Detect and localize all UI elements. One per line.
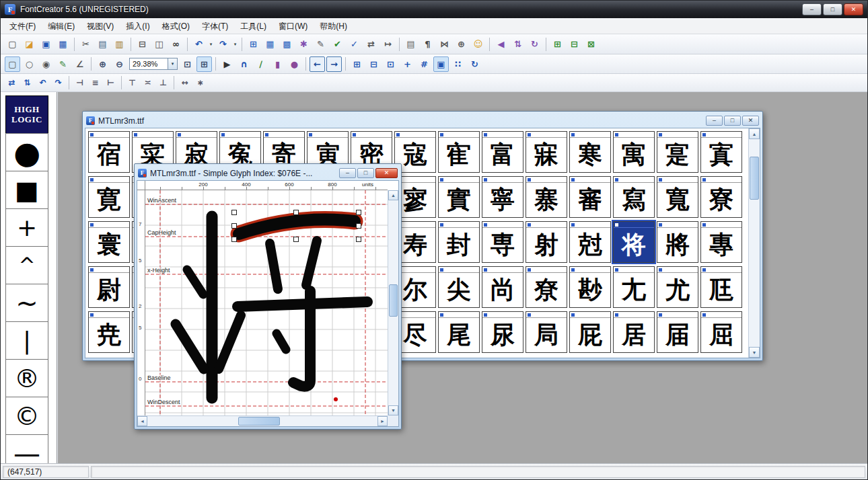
glyph-cell[interactable]: 尠 bbox=[569, 266, 611, 308]
pan-tool-button[interactable]: ◉ bbox=[38, 56, 54, 72]
menu-font[interactable]: 字体(T) bbox=[196, 19, 234, 34]
glyph-cell[interactable]: 専 bbox=[482, 221, 523, 263]
zoom-to-rect-button[interactable]: ⊡ bbox=[180, 56, 195, 72]
glyph-cell[interactable]: 尖 bbox=[438, 266, 480, 308]
find-button[interactable]: ∞ bbox=[168, 36, 184, 52]
menu-insert[interactable]: 插入(I) bbox=[120, 19, 155, 34]
glyph-overview-button[interactable]: ▦ bbox=[262, 36, 278, 52]
point-numbers-button[interactable]: ∷ bbox=[450, 56, 466, 72]
glyph-cell[interactable]: 尤 bbox=[657, 266, 698, 308]
insert-character-button[interactable]: ⊞ bbox=[246, 36, 261, 52]
align-center-button[interactable]: ≡ bbox=[88, 76, 102, 90]
kerning-pairs-button[interactable]: ⋈ bbox=[437, 36, 452, 52]
glyph-cell[interactable]: 居 bbox=[613, 311, 655, 353]
save-as-button[interactable]: ▦ bbox=[55, 36, 71, 52]
autometrics-button[interactable]: ↦ bbox=[380, 36, 396, 52]
glyph-cell[interactable]: 寨 bbox=[526, 176, 567, 218]
glyph-cell[interactable]: 尿 bbox=[482, 311, 523, 353]
align-top-button[interactable]: ⊤ bbox=[125, 76, 139, 90]
character-map-button[interactable]: ▩ bbox=[279, 36, 295, 52]
overview-scrollbar[interactable]: ▲ ▼ bbox=[748, 128, 760, 358]
test-font-button[interactable]: ✔ bbox=[330, 36, 345, 52]
flip-horizontal-button[interactable]: ⇄ bbox=[5, 76, 19, 90]
glyph-cell[interactable]: 寰 bbox=[88, 221, 130, 263]
glyph-cell[interactable]: 将 bbox=[613, 221, 655, 263]
zoom-glyph-button[interactable]: ⊞ bbox=[196, 56, 212, 72]
measure-tool-button[interactable]: ∠ bbox=[72, 56, 87, 72]
align-bottom-button[interactable]: ⊥ bbox=[156, 76, 170, 90]
menu-format[interactable]: 格式(O) bbox=[156, 19, 196, 34]
scroll-left-button[interactable]: ◄ bbox=[137, 416, 147, 426]
codepage-button[interactable]: ⊕ bbox=[454, 36, 469, 52]
glyph-cell[interactable]: 封 bbox=[438, 221, 480, 263]
rotate-tools-button[interactable]: ↻ bbox=[527, 36, 542, 52]
registered-sign-sample[interactable]: ® bbox=[5, 359, 48, 397]
scroll-thumb[interactable] bbox=[389, 284, 398, 317]
validate-font-button[interactable]: ✓ bbox=[347, 36, 362, 52]
scroll-right-button[interactable]: ► bbox=[377, 416, 388, 426]
previous-glyph-button[interactable]: ← bbox=[310, 56, 325, 72]
next-glyph-button[interactable]: → bbox=[326, 56, 342, 72]
undo-button[interactable]: ↶ bbox=[191, 36, 207, 52]
paste-button[interactable]: ▥ bbox=[112, 36, 127, 52]
close-button[interactable]: ✕ bbox=[844, 3, 863, 15]
glyph-cell[interactable]: 寉 bbox=[438, 131, 480, 173]
new-font-button[interactable]: ▢ bbox=[5, 36, 20, 52]
compare-fonts-button[interactable]: ⇄ bbox=[363, 36, 379, 52]
glyph-cell[interactable]: 尞 bbox=[526, 266, 567, 308]
menu-view[interactable]: 视图(V) bbox=[81, 19, 120, 34]
ellipse-tool-button[interactable]: ● bbox=[287, 56, 302, 72]
glyph-cell[interactable]: 實 bbox=[438, 176, 480, 218]
vertical-bar-sample[interactable]: | bbox=[5, 321, 48, 360]
cut-button[interactable]: ✂ bbox=[78, 36, 94, 52]
redo-dropdown-button[interactable]: ▾ bbox=[231, 36, 239, 52]
align-middle-button[interactable]: ≍ bbox=[141, 76, 155, 90]
glyph-cell[interactable]: 尚 bbox=[482, 266, 523, 308]
show-grid-button[interactable]: ⊞ bbox=[349, 56, 365, 72]
glyph-cell[interactable]: 尉 bbox=[88, 266, 130, 308]
transform-wizard-button[interactable]: ✱ bbox=[296, 36, 312, 52]
glyph-cell[interactable]: 寮 bbox=[700, 176, 742, 218]
glyph-info-button[interactable]: ▣ bbox=[433, 56, 449, 72]
plus-sign-sample[interactable]: + bbox=[5, 208, 48, 247]
print-preview-button[interactable]: ◫ bbox=[151, 36, 167, 52]
sort-glyphs-button[interactable]: ◀ bbox=[493, 36, 509, 52]
editor-minimize-button[interactable]: – bbox=[339, 168, 356, 178]
glyph-cell[interactable]: 寘 bbox=[700, 131, 742, 173]
curve-tool-button[interactable]: ∩ bbox=[236, 56, 252, 72]
save-font-button[interactable]: ▣ bbox=[38, 36, 54, 52]
select-tool-button[interactable]: ▢ bbox=[5, 56, 20, 72]
overview-close-button[interactable]: ✕ bbox=[742, 116, 759, 126]
glyph-cell[interactable]: 局 bbox=[526, 311, 567, 353]
glyph-cell[interactable]: 寓 bbox=[613, 131, 655, 173]
scroll-thumb[interactable] bbox=[750, 157, 759, 200]
center-in-width-button[interactable]: ↔ bbox=[178, 76, 192, 90]
glyph-naming-button[interactable]: ✎ bbox=[313, 36, 328, 52]
redo-button[interactable]: ↷ bbox=[215, 36, 231, 52]
font-preview-button[interactable]: ☺ bbox=[470, 36, 486, 52]
menu-edit[interactable]: 编辑(E) bbox=[42, 19, 81, 34]
sync-glyphs-button[interactable]: ⊠ bbox=[583, 36, 599, 52]
flip-vertical-button[interactable]: ⇅ bbox=[20, 76, 34, 90]
zoom-out-button[interactable]: ⊖ bbox=[112, 56, 127, 72]
glyph-cell[interactable]: 將 bbox=[657, 221, 698, 263]
show-guidelines-button[interactable]: ⊡ bbox=[383, 56, 398, 72]
format-settings-button[interactable]: ¶ bbox=[420, 36, 435, 52]
glyph-cell[interactable]: 尾 bbox=[438, 311, 480, 353]
editor-title-bar[interactable]: F MTLmr3m.ttf - Simple Glyph Index: $076… bbox=[137, 166, 399, 180]
black-square-sample[interactable]: ■ bbox=[5, 171, 48, 209]
glyph-cell[interactable]: 寛 bbox=[88, 176, 130, 218]
line-tool-button[interactable]: ∕ bbox=[253, 56, 268, 72]
minimize-button[interactable]: – bbox=[802, 3, 822, 15]
snap-to-grid-button[interactable]: + bbox=[400, 56, 415, 72]
export-glyphs-button[interactable]: ⊞ bbox=[550, 36, 565, 52]
glyph-cell[interactable]: 寔 bbox=[657, 131, 698, 173]
overview-minimize-button[interactable]: – bbox=[706, 116, 723, 126]
glyph-cell[interactable]: 寫 bbox=[613, 176, 655, 218]
overview-maximize-button[interactable]: □ bbox=[724, 116, 741, 126]
glyph-cell[interactable]: 尢 bbox=[613, 266, 655, 308]
sort-ascending-button[interactable]: ⇅ bbox=[510, 36, 526, 52]
align-left-button[interactable]: ⊣ bbox=[73, 76, 87, 90]
editor-hscrollbar[interactable]: ◄ ► bbox=[137, 415, 388, 426]
undo-dropdown-button[interactable]: ▾ bbox=[207, 36, 215, 52]
